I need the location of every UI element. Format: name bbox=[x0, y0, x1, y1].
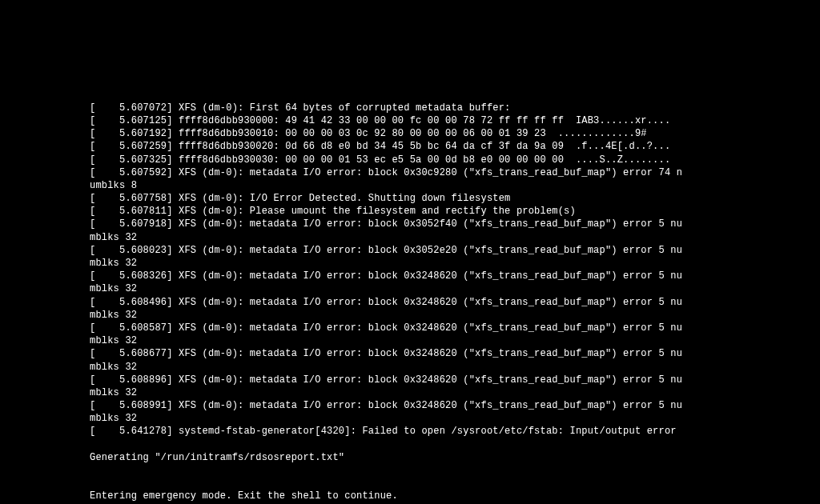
console-line: [ 5.607592] XFS (dm-0): metadata I/O err… bbox=[90, 166, 820, 179]
console-line: mblks 32 bbox=[90, 257, 820, 270]
console-line: [ 5.607325] ffff8d6dbb930030: 00 00 00 0… bbox=[90, 154, 820, 166]
console-line: mblks 32 bbox=[90, 231, 820, 244]
console-line: [ 5.608587] XFS (dm-0): metadata I/O err… bbox=[90, 322, 820, 334]
console-line: [ 5.607259] ffff8d6dbb930020: 0d 66 d8 e… bbox=[90, 140, 820, 153]
console-line: [ 5.608896] XFS (dm-0): metadata I/O err… bbox=[90, 374, 820, 386]
console-line: [ 5.607811] XFS (dm-0): Please umount th… bbox=[90, 205, 820, 218]
console-line: [ 5.607758] XFS (dm-0): I/O Error Detect… bbox=[90, 192, 820, 205]
console-line: [ 5.608023] XFS (dm-0): metadata I/O err… bbox=[90, 244, 820, 257]
console-line: [ 5.607125] ffff8d6dbb930000: 49 41 42 3… bbox=[90, 114, 820, 127]
console-line bbox=[90, 438, 820, 451]
console-line: mblks 32 bbox=[90, 309, 820, 322]
console-line: Generating "/run/initramfs/rdsosreport.t… bbox=[90, 451, 820, 464]
console-line: [ 5.607192] ffff8d6dbb930010: 00 00 00 0… bbox=[90, 127, 820, 140]
console-line: [ 5.608991] XFS (dm-0): metadata I/O err… bbox=[90, 399, 820, 412]
console-line: umblks 8 bbox=[90, 179, 820, 192]
console-line: [ 5.607072] XFS (dm-0): First 64 bytes o… bbox=[90, 102, 820, 114]
console-line: Entering emergency mode. Exit the shell … bbox=[90, 490, 820, 502]
console-line: mblks 32 bbox=[90, 361, 820, 374]
console-line: [ 5.608496] XFS (dm-0): metadata I/O err… bbox=[90, 296, 820, 309]
console-line bbox=[90, 464, 820, 477]
console-line: mblks 32 bbox=[90, 282, 820, 295]
console-line: [ 5.607918] XFS (dm-0): metadata I/O err… bbox=[90, 218, 820, 230]
console-line: [ 5.608677] XFS (dm-0): metadata I/O err… bbox=[90, 347, 820, 360]
console-line: [ 5.608326] XFS (dm-0): metadata I/O err… bbox=[90, 270, 820, 282]
console-line bbox=[90, 477, 820, 490]
console-line: mblks 32 bbox=[90, 386, 820, 399]
console-line: mblks 32 bbox=[90, 334, 820, 347]
console-line: mblks 32 bbox=[90, 412, 820, 425]
terminal-output: [ 5.607072] XFS (dm-0): First 64 bytes o… bbox=[90, 102, 820, 504]
console-line: [ 5.641278] systemd-fstab-generator[4320… bbox=[90, 425, 820, 438]
